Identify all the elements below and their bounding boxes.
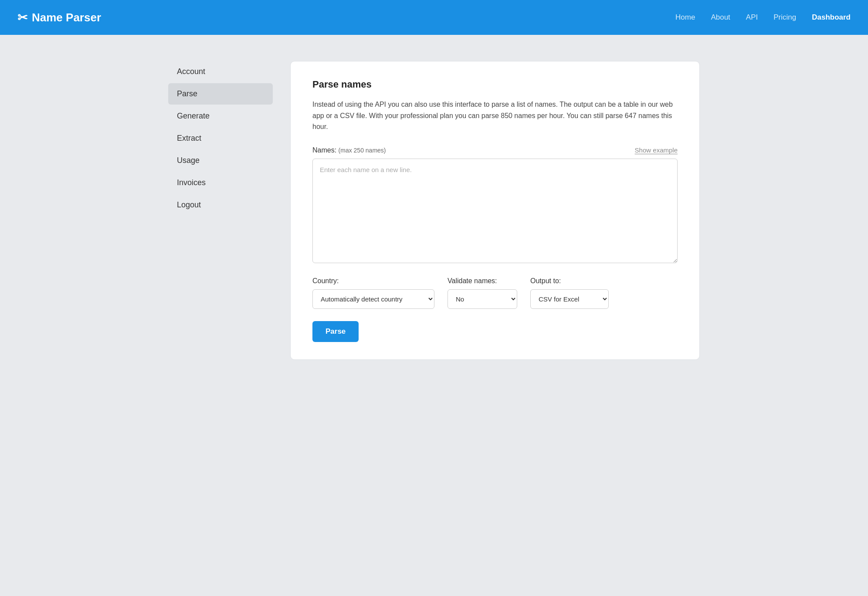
sidebar: Account Parse Generate Extract Usage Inv… <box>168 61 273 360</box>
sidebar-item-generate[interactable]: Generate <box>168 105 273 127</box>
validate-select[interactable]: No Yes <box>448 289 517 309</box>
page-layout: Account Parse Generate Extract Usage Inv… <box>151 35 717 386</box>
header-nav: Home About API Pricing Dashboard <box>675 13 851 22</box>
nav-api[interactable]: API <box>746 13 758 22</box>
header: ✂ Name Parser Home About API Pricing Das… <box>0 0 868 35</box>
sidebar-item-parse[interactable]: Parse <box>168 83 273 105</box>
country-select[interactable]: Automatically detect country United Stat… <box>312 289 434 309</box>
sidebar-item-logout[interactable]: Logout <box>168 194 273 216</box>
names-field-header: Names: (max 250 names) Show example <box>312 146 678 154</box>
logo-text: Name Parser <box>32 11 101 24</box>
logo-icon: ✂ <box>17 10 27 25</box>
parse-button[interactable]: Parse <box>312 321 359 342</box>
show-example-link[interactable]: Show example <box>635 146 678 154</box>
logo[interactable]: ✂ Name Parser <box>17 10 101 25</box>
validate-option-group: Validate names: No Yes <box>448 277 517 309</box>
options-row: Country: Automatically detect country Un… <box>312 277 678 309</box>
country-option-group: Country: Automatically detect country Un… <box>312 277 434 309</box>
names-label: Names: (max 250 names) <box>312 146 386 154</box>
output-option-group: Output to: CSV for Excel Table JSON <box>530 277 609 309</box>
sidebar-item-extract[interactable]: Extract <box>168 128 273 149</box>
country-label: Country: <box>312 277 434 285</box>
names-textarea[interactable] <box>312 159 678 263</box>
output-label: Output to: <box>530 277 609 285</box>
output-select[interactable]: CSV for Excel Table JSON <box>530 289 609 309</box>
nav-pricing[interactable]: Pricing <box>773 13 796 22</box>
validate-label: Validate names: <box>448 277 517 285</box>
names-label-text: Names: <box>312 146 336 154</box>
page-title: Parse names <box>312 79 678 90</box>
nav-dashboard[interactable]: Dashboard <box>812 13 851 22</box>
sidebar-item-invoices[interactable]: Invoices <box>168 172 273 193</box>
names-sublabel: (max 250 names) <box>339 147 386 154</box>
sidebar-item-account[interactable]: Account <box>168 61 273 82</box>
nav-home[interactable]: Home <box>675 13 695 22</box>
main-content: Parse names Instead of using the API you… <box>290 61 700 360</box>
description: Instead of using the API you can also us… <box>312 99 678 132</box>
sidebar-item-usage[interactable]: Usage <box>168 150 273 171</box>
nav-about[interactable]: About <box>711 13 730 22</box>
